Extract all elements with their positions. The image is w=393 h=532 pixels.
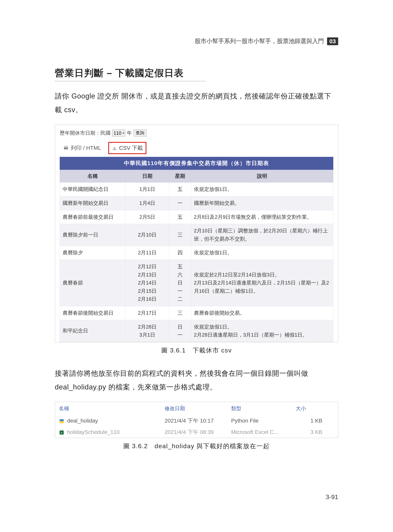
col-desc: 說明 bbox=[191, 170, 333, 183]
files-col-type[interactable]: 類型 bbox=[231, 405, 296, 412]
cell-desc: 依規定放假1日。 2月28日適逢星期日，3月1日（星期一）補假1日。 bbox=[191, 320, 333, 342]
cell-date: 2月11日 bbox=[125, 246, 169, 260]
cell-date: 2月28日 3月1日 bbox=[125, 320, 169, 342]
svg-rect-1 bbox=[60, 421, 64, 423]
cell-desc: 依規定於2月12日至2月14日放假3日。 2月13日及2月14日適逢星期六及日，… bbox=[191, 260, 333, 306]
file-size: 3 KB bbox=[296, 429, 334, 435]
cell-name: 農曆春節 bbox=[60, 260, 125, 306]
csv-download-button[interactable]: CSV 下載 bbox=[108, 142, 146, 154]
files-col-date[interactable]: ⌄ 修改日期 bbox=[165, 405, 231, 412]
cell-date: 1月4日 bbox=[125, 196, 169, 210]
cell-weekday: 日 一 bbox=[169, 320, 191, 342]
file-type: Python File bbox=[231, 418, 296, 424]
cell-name: 農曆除夕前一日 bbox=[60, 224, 125, 246]
col-weekday: 星期 bbox=[169, 170, 191, 183]
file-size: 1 KB bbox=[296, 418, 334, 424]
cell-name: 和平紀念日 bbox=[60, 320, 125, 342]
screenshot-file-explorer: 名稱 ⌄ 修改日期 類型 大小 deal_holiday2021/4/4 下午 … bbox=[55, 402, 338, 438]
download-icon bbox=[112, 145, 117, 151]
table-row: 和平紀念日2月28日 3月1日日 一依規定放假1日。 2月28日適逢星期日，3月… bbox=[60, 320, 333, 342]
cell-name: 農曆除夕 bbox=[60, 246, 125, 260]
section-title: 營業日判斷 – 下載國定假日表 bbox=[55, 67, 338, 79]
printer-icon bbox=[63, 145, 69, 151]
cell-weekday: 五 六 日 一 二 bbox=[169, 260, 191, 306]
python-file-icon bbox=[59, 418, 64, 424]
files-header: 名稱 ⌄ 修改日期 類型 大小 bbox=[55, 402, 338, 415]
file-row[interactable]: XholidaySchedule_1102021/4/4 下午 08:39Mic… bbox=[55, 427, 338, 438]
cell-date: 2月17日 bbox=[125, 306, 169, 320]
file-name: holidaySchedule_110 bbox=[67, 429, 120, 435]
holiday-table: 中華民國110年有價證券集中交易市場開（休）市日期表 名稱 日期 星期 說明 中… bbox=[60, 157, 333, 342]
table-caption: 中華民國110年有價證券集中交易市場開（休）市日期表 bbox=[60, 157, 333, 170]
chapter-badge: 03 bbox=[327, 37, 338, 45]
cell-weekday: 五 bbox=[169, 183, 191, 196]
cell-name: 農曆春節前最後交易日 bbox=[60, 210, 125, 224]
files-col-size[interactable]: 大小 bbox=[296, 405, 334, 412]
excel-file-icon: X bbox=[59, 430, 64, 435]
cell-date: 2月12日 2月13日 2月14日 2月15日 2月16日 bbox=[125, 260, 169, 306]
print-label: 列印 / HTML bbox=[71, 144, 101, 152]
figure-caption-2: 圖 3.6.2 deal_holiday 與下載好的檔案放在一起 bbox=[55, 442, 338, 451]
cell-weekday: 五 bbox=[169, 210, 191, 224]
cell-name: 中華民國開國紀念日 bbox=[60, 183, 125, 196]
cell-desc: 國曆新年開始交易。 bbox=[191, 196, 333, 210]
csv-label: CSV 下載 bbox=[119, 144, 143, 152]
col-date: 日期 bbox=[125, 170, 169, 183]
cell-desc: 2月10日（星期三）調整放假，於2月20日（星期六）補行上班，但不交易亦不交割。 bbox=[191, 224, 333, 246]
cell-weekday: 一 bbox=[169, 196, 191, 210]
table-row: 中華民國開國紀念日1月1日五依規定放假1日。 bbox=[60, 183, 333, 196]
cell-date: 1月1日 bbox=[125, 183, 169, 196]
cell-name: 國曆新年開始交易日 bbox=[60, 196, 125, 210]
cell-name: 農曆春節後開始交易日 bbox=[60, 306, 125, 320]
title-underline bbox=[55, 81, 206, 81]
query-row: 歷年開休市日期：民國 110 年 查詢 bbox=[60, 129, 333, 136]
cell-weekday: 三 bbox=[169, 224, 191, 246]
cell-desc: 農曆春節後開始交易。 bbox=[191, 306, 333, 320]
year-suffix: 年 bbox=[127, 130, 132, 136]
breadcrumb: 股市小幫手系列一股市小幫手，股票池篩選與入門 03 bbox=[55, 37, 338, 45]
table-row: 農曆春節2月12日 2月13日 2月14日 2月15日 2月16日五 六 日 一… bbox=[60, 260, 333, 306]
intro-paragraph: 請你 Google 證交所 開休市，或是直接去證交所的網頁找，然後確認年份正確後… bbox=[55, 89, 338, 117]
cell-date: 2月5日 bbox=[125, 210, 169, 224]
print-html-button[interactable]: 列印 / HTML bbox=[60, 143, 104, 153]
file-row[interactable]: deal_holiday2021/4/4 下午 10:17Python File… bbox=[55, 415, 338, 427]
cell-weekday: 四 bbox=[169, 246, 191, 260]
search-button[interactable]: 查詢 bbox=[133, 129, 146, 136]
cell-desc: 依規定放假1日。 bbox=[191, 183, 333, 196]
screenshot-holiday-table: 歷年開休市日期：民國 110 年 查詢 列印 / HTML CSV 下載 bbox=[55, 124, 338, 342]
breadcrumb-text: 股市小幫手系列一股市小幫手，股票池篩選與入門 bbox=[195, 37, 324, 45]
query-prefix: 歷年開休市日期：民國 bbox=[60, 130, 111, 136]
table-row: 農曆春節前最後交易日2月5日五2月8日及2月9日市場無交易，僅辦理結算交割作業。 bbox=[60, 210, 333, 224]
files-col-name[interactable]: 名稱 bbox=[59, 405, 165, 412]
cell-desc: 2月8日及2月9日市場無交易，僅辦理結算交割作業。 bbox=[191, 210, 333, 224]
sort-caret-icon: ⌄ bbox=[180, 402, 183, 407]
svg-text:X: X bbox=[61, 431, 63, 434]
mid-paragraph: 接著請你將他放至你目前的寫程式的資料夾，然後我會在同一個目錄開一個叫做 deal… bbox=[55, 367, 338, 394]
year-select[interactable]: 110 bbox=[112, 130, 125, 136]
toolbar: 列印 / HTML CSV 下載 bbox=[60, 142, 333, 154]
file-date: 2021/4/4 下午 08:39 bbox=[165, 428, 231, 436]
file-name: deal_holiday bbox=[67, 418, 98, 424]
table-row: 農曆除夕2月11日四依規定放假1日。 bbox=[60, 246, 333, 260]
figure-caption-1: 圖 3.6.1 下載休市 csv bbox=[55, 346, 338, 355]
page-number: 3-91 bbox=[326, 493, 338, 501]
table-row: 農曆除夕前一日2月10日三2月10日（星期三）調整放假，於2月20日（星期六）補… bbox=[60, 224, 333, 246]
col-name: 名稱 bbox=[60, 170, 125, 183]
cell-date: 2月10日 bbox=[125, 224, 169, 246]
cell-desc: 依規定放假1日。 bbox=[191, 246, 333, 260]
file-type: Microsoft Excel C... bbox=[231, 429, 296, 435]
table-row: 農曆春節後開始交易日2月17日三農曆春節後開始交易。 bbox=[60, 306, 333, 320]
file-date: 2021/4/4 下午 10:17 bbox=[165, 417, 231, 424]
table-row: 國曆新年開始交易日1月4日一國曆新年開始交易。 bbox=[60, 196, 333, 210]
cell-weekday: 三 bbox=[169, 306, 191, 320]
